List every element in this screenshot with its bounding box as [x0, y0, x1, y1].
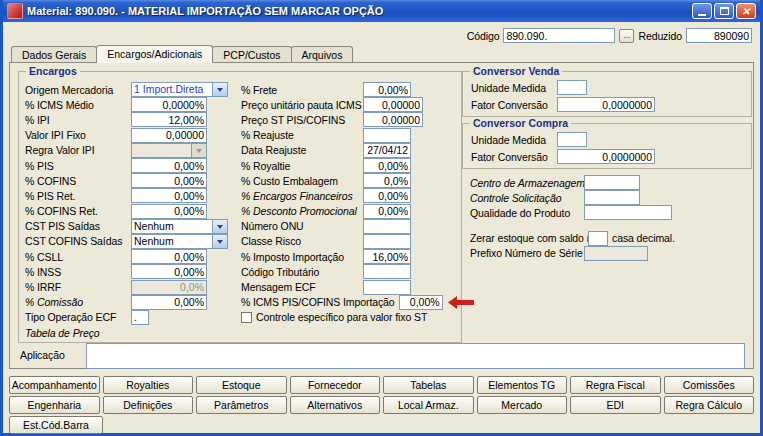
field-row: Regra Valor IPI: [25, 143, 228, 158]
frete-input[interactable]: [363, 82, 411, 97]
aplicacao-section: Aplicação: [20, 343, 745, 369]
reajuste-input[interactable]: [363, 128, 411, 143]
cst-cofins-saidas-combo[interactable]: Nenhum: [131, 234, 228, 249]
button-alternativos[interactable]: Alternativos: [290, 396, 381, 414]
pis-input[interactable]: [131, 158, 207, 173]
valor-ipi-fixo-input[interactable]: [131, 128, 207, 143]
icms-pis-cofins-importacao-input[interactable]: [399, 295, 443, 310]
codigo-input[interactable]: [503, 28, 615, 43]
qualidade-produto-input[interactable]: [584, 205, 672, 220]
unidade-medida-venda-input[interactable]: [557, 80, 587, 95]
button-regra-fiscal[interactable]: Regra Fiscal: [570, 376, 661, 394]
cst-pis-saidas-combo[interactable]: Nenhum: [131, 219, 228, 234]
conversor-compra-title: Conversor Compra: [470, 117, 571, 129]
aplicacao-input[interactable]: [86, 343, 745, 369]
button-acompanhamento[interactable]: Acompanhamento: [9, 376, 100, 394]
field-row: Controle específico para valor fixo ST: [241, 310, 474, 325]
numero-onu-input[interactable]: [363, 219, 411, 234]
button-comissoes[interactable]: Comissões: [664, 376, 755, 394]
field-row: % Royaltie: [241, 158, 474, 173]
tab-encargos-adicionais[interactable]: Encargos/Adicionais: [96, 45, 213, 63]
royaltie-input[interactable]: [363, 158, 411, 173]
csll-input[interactable]: [131, 249, 207, 264]
tab-arquivos[interactable]: Arquivos: [291, 46, 354, 62]
ipi-input[interactable]: [131, 112, 207, 127]
button-engenharia[interactable]: Engenharia: [9, 396, 100, 414]
pis-ret-input[interactable]: [131, 188, 207, 203]
field-row: % ICMS PIS/COFINS Importação: [241, 295, 474, 310]
titlebar[interactable]: Material: 890.090. - MATERIAL IMPORTAÇÃO…: [3, 0, 760, 22]
preco-unitario-pauta-icms-input[interactable]: [363, 97, 423, 112]
field-row: % IRRF: [25, 279, 228, 294]
button-royalties[interactable]: Royalties: [103, 376, 194, 394]
icms-medio-input[interactable]: [131, 97, 207, 112]
chevron-down-icon[interactable]: [212, 220, 227, 233]
button-edi[interactable]: EDI: [570, 396, 661, 414]
fator-conversao-compra-input[interactable]: [557, 149, 655, 164]
cofins-ret-input[interactable]: [131, 204, 207, 219]
chevron-down-icon[interactable]: [212, 83, 227, 96]
codigo-tributario-input[interactable]: [363, 264, 411, 279]
button-fornecedor[interactable]: Fornecedor: [290, 376, 381, 394]
field-row: Tabela de Preço: [25, 325, 228, 340]
cofins-input[interactable]: [131, 173, 207, 188]
chevron-down-icon[interactable]: [212, 235, 227, 248]
field-row: Preço ST PIS/COFINS: [241, 112, 474, 127]
minimize-button[interactable]: [692, 3, 712, 19]
conversor-venda-group: Conversor Venda Unidade Medida Fator Con…: [462, 71, 752, 117]
tab-pcp-custos[interactable]: PCP/Custos: [212, 46, 291, 62]
button-parametros[interactable]: Parâmetros: [196, 396, 287, 414]
field-label: Origem Mercadoria: [25, 84, 131, 96]
button-row-3: Est.Cód.Barra: [9, 416, 754, 434]
centro-armazenagem-input[interactable]: [584, 175, 640, 190]
fator-conversao-venda-input[interactable]: [557, 97, 655, 112]
client-area: Código ... Reduzido Dados Gerais Encargo…: [3, 22, 760, 433]
code-header: Código ... Reduzido: [467, 28, 752, 43]
regra-valor-ipi-combo: [131, 143, 207, 158]
zerar-estoque-input[interactable]: [588, 231, 608, 246]
inss-input[interactable]: [131, 264, 207, 279]
classe-risco-input[interactable]: [363, 234, 411, 249]
mensagem-ecf-input[interactable]: [363, 280, 411, 295]
origem-mercadoria-combo[interactable]: 1 Import.Direta: [131, 82, 228, 97]
button-elementos-tg[interactable]: Elementos TG: [477, 376, 568, 394]
preco-st-pis-cofins-input[interactable]: [363, 112, 423, 127]
tab-dados-gerais[interactable]: Dados Gerais: [11, 46, 97, 62]
unidade-medida-compra-input[interactable]: [557, 132, 587, 147]
button-est-cod-barra[interactable]: Est.Cód.Barra: [9, 416, 103, 434]
maximize-button[interactable]: [714, 3, 734, 19]
reduzido-label: Reduzido: [638, 30, 682, 42]
checkbox-controle-especifico[interactable]: [241, 312, 252, 323]
reduzido-input[interactable]: [686, 28, 752, 43]
comissao-input[interactable]: [131, 295, 207, 310]
button-definicoes[interactable]: Definições: [103, 396, 194, 414]
codigo-browse-button[interactable]: ...: [619, 29, 634, 43]
button-regra-calculo[interactable]: Regra Cálculo: [664, 396, 755, 414]
field-row: % Custo Embalagem: [241, 173, 474, 188]
encargos-mid-column: % Frete Preço unitário pauta ICMS Preço …: [241, 82, 474, 325]
field-row: Data Reajuste: [241, 143, 474, 158]
window-controls: [692, 3, 756, 19]
close-button[interactable]: [736, 3, 756, 19]
field-label: % ICMS PIS/COFINS Importação: [241, 296, 395, 308]
controle-solicitacao-input[interactable]: [584, 190, 640, 205]
field-label: Tabela de Preço: [25, 327, 131, 339]
field-row: % ICMS Médio: [25, 97, 228, 112]
imposto-importacao-input[interactable]: [363, 249, 411, 264]
custo-embalagem-input[interactable]: [363, 173, 411, 188]
tipo-operacao-ecf-input[interactable]: [131, 310, 149, 325]
field-row: CST PIS Saídas Nenhum: [25, 219, 228, 234]
field-label: Tipo Operação ECF: [25, 311, 131, 323]
field-label: Centro de Armazenagem: [470, 177, 584, 189]
field-row: % PIS Ret.: [25, 188, 228, 203]
field-label: % Royaltie: [241, 160, 363, 172]
button-tabelas[interactable]: Tabelas: [383, 376, 474, 394]
button-estoque[interactable]: Estoque: [196, 376, 287, 394]
field-label: Fator Conversão: [471, 99, 557, 111]
encargos-financeiros-input[interactable]: [363, 188, 411, 203]
desconto-promocional-input[interactable]: [363, 204, 411, 219]
button-mercado[interactable]: Mercado: [477, 396, 568, 414]
window-title: Material: 890.090. - MATERIAL IMPORTAÇÃO…: [27, 5, 383, 17]
button-local-armaz[interactable]: Local Armaz.: [383, 396, 474, 414]
data-reajuste-input[interactable]: [363, 143, 411, 158]
